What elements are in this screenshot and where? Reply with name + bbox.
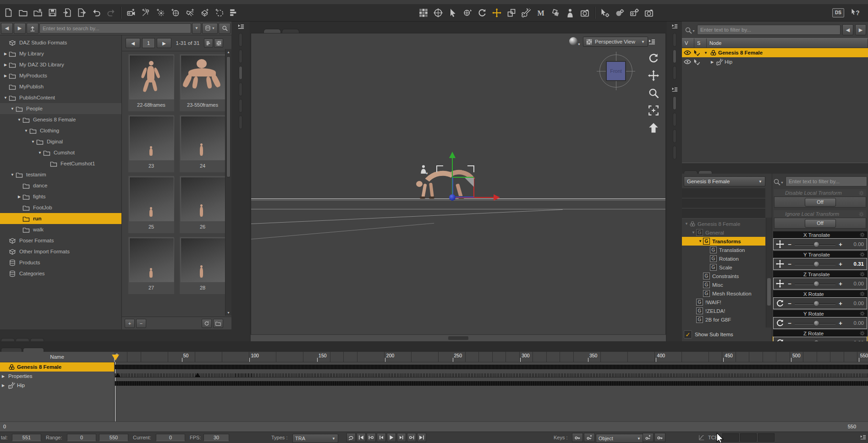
step-back-icon[interactable] [377, 433, 386, 442]
thumbnail-item[interactable]: 26 [180, 176, 225, 233]
decrement-button[interactable]: − [787, 261, 792, 268]
parameter-group-row[interactable]: ▼ Genesis 8 Female [682, 219, 765, 228]
expand-arrow-icon[interactable]: ▼ [10, 173, 15, 177]
parameter-group-row[interactable]: G Misc [682, 280, 765, 289]
parameter-group-row[interactable]: G Scale [682, 263, 765, 272]
tree-item[interactable]: Products [0, 257, 121, 268]
toggle-off-button[interactable]: Off [805, 219, 836, 228]
tree-item[interactable]: Categories [0, 268, 121, 279]
thumbnail-item[interactable]: 23-550frames [180, 54, 225, 111]
left-dock-tab[interactable] [239, 115, 242, 129]
toolbar-button[interactable] [104, 6, 117, 19]
page-number[interactable]: 1 [142, 38, 155, 48]
bottom-tab[interactable] [16, 338, 29, 341]
expand-arrow-icon[interactable]: ▼ [10, 107, 15, 111]
slider-knob[interactable] [813, 301, 819, 306]
go-to-end-icon[interactable] [417, 433, 426, 442]
expand-arrow-icon[interactable]: ▼ [16, 118, 22, 122]
left-dock-tab[interactable] [239, 99, 242, 113]
left-dock-tab[interactable] [239, 66, 242, 80]
toolbar-button[interactable] [31, 6, 44, 19]
left-dock-tab[interactable] [239, 33, 242, 47]
expand-arrow-icon[interactable]: ▼ [3, 96, 8, 100]
tree-item[interactable]: ▼ testanim [0, 169, 121, 180]
draw-style-dropdown-arrow[interactable]: ▼ [577, 43, 581, 46]
tree-item[interactable]: run [0, 213, 121, 224]
timeline-tab[interactable] [1, 348, 22, 352]
interpolation-curve-icon[interactable] [698, 434, 705, 441]
toolbar-button[interactable] [198, 6, 211, 19]
pane-menu-icon[interactable] [667, 22, 682, 32]
keyframe-icon[interactable] [115, 373, 121, 377]
filter-magnifier-icon[interactable]: ▼ [685, 26, 695, 34]
toolbar-button[interactable] [60, 6, 73, 19]
decrement-button[interactable]: − [787, 320, 792, 327]
search-magnifier-button[interactable] [219, 23, 231, 34]
parameter-group-row[interactable]: G Constraints [682, 272, 765, 280]
range-from-field[interactable]: 0 [67, 434, 96, 441]
selectability-icon[interactable] [693, 59, 702, 66]
whats-this-icon[interactable] [849, 6, 862, 19]
slider-knob[interactable] [813, 261, 819, 267]
pane-menu-icon[interactable] [667, 85, 682, 95]
gear-icon[interactable] [859, 291, 865, 297]
parameter-group-row[interactable]: G !WAIF! [682, 298, 765, 306]
toolbar-button[interactable] [139, 6, 152, 19]
tree-item[interactable]: dance [0, 180, 121, 191]
toolbar-button[interactable] [227, 6, 240, 19]
viewport-collapse-strip[interactable] [251, 334, 666, 341]
tcb-field[interactable] [722, 433, 739, 442]
toolbar-tool-button[interactable] [490, 6, 503, 19]
folder-options-button[interactable] [213, 319, 223, 328]
increment-button[interactable]: + [838, 261, 843, 268]
left-dock-tab[interactable] [239, 82, 242, 96]
gizmo-origin[interactable] [449, 194, 456, 201]
toolbar-button[interactable] [154, 6, 167, 19]
expand-arrow-icon[interactable]: ▼ [30, 140, 36, 144]
expand-arrow-icon[interactable]: ▼ [684, 222, 689, 226]
toolbar-settings-button[interactable] [628, 6, 641, 19]
expand-arrow-icon[interactable]: ▶ [3, 52, 8, 56]
toolbar-tool-button[interactable] [432, 6, 445, 19]
parameters-tab[interactable] [684, 170, 698, 174]
tree-item[interactable]: Poser Formats [0, 235, 121, 246]
increment-button[interactable]: + [838, 300, 843, 307]
view-selector-dropdown[interactable]: Perspective View ▼ [583, 37, 648, 47]
selectability-icon[interactable] [693, 49, 702, 56]
thumbnail-item[interactable]: 28 [180, 237, 225, 294]
add-key-icon[interactable] [584, 433, 595, 442]
tcb-field[interactable] [758, 433, 775, 442]
scroll-handle[interactable] [226, 56, 231, 177]
step-forward-icon[interactable] [397, 433, 406, 442]
toolbar-tool-button[interactable] [417, 6, 430, 19]
scene-node-row[interactable]: ▶ Hip [682, 57, 868, 66]
slider-value[interactable]: 0.00 [845, 241, 866, 247]
gear-icon[interactable] [859, 252, 865, 257]
left-dock-tab[interactable] [239, 49, 242, 63]
scene-filter-input[interactable] [697, 25, 841, 35]
toolbar-tool-button[interactable] [578, 6, 591, 19]
toolbar-button[interactable] [183, 6, 196, 19]
toolbar-button[interactable] [90, 6, 103, 19]
grid-view-button[interactable] [214, 38, 223, 48]
toolbar-tool-button[interactable] [461, 6, 474, 19]
tree-item[interactable]: ▼ Clothing [0, 125, 121, 136]
expand-arrow-icon[interactable]: ▼ [691, 230, 696, 235]
next-page-button[interactable]: ▶ [157, 38, 171, 48]
search-input[interactable] [39, 23, 191, 33]
refresh-button[interactable] [202, 319, 212, 328]
parameters-tab[interactable] [698, 170, 712, 174]
tcb-field[interactable] [740, 433, 757, 442]
y-axis-arrow[interactable] [449, 152, 456, 158]
sort-view-button[interactable] [204, 38, 213, 48]
toolbar-button[interactable] [75, 6, 88, 19]
toolbar-button[interactable] [16, 6, 29, 19]
increment-button[interactable]: + [838, 280, 843, 287]
timeline-tab[interactable] [23, 348, 44, 352]
tree-item[interactable]: ▼ Diginal [0, 136, 121, 147]
toolbar-tool-button[interactable] [520, 6, 533, 19]
toolbar-tool-button[interactable] [446, 6, 459, 19]
expand-arrow-icon[interactable]: ▼ [703, 51, 709, 55]
next-key-icon[interactable] [407, 433, 416, 442]
increment-button[interactable]: + [838, 241, 843, 248]
